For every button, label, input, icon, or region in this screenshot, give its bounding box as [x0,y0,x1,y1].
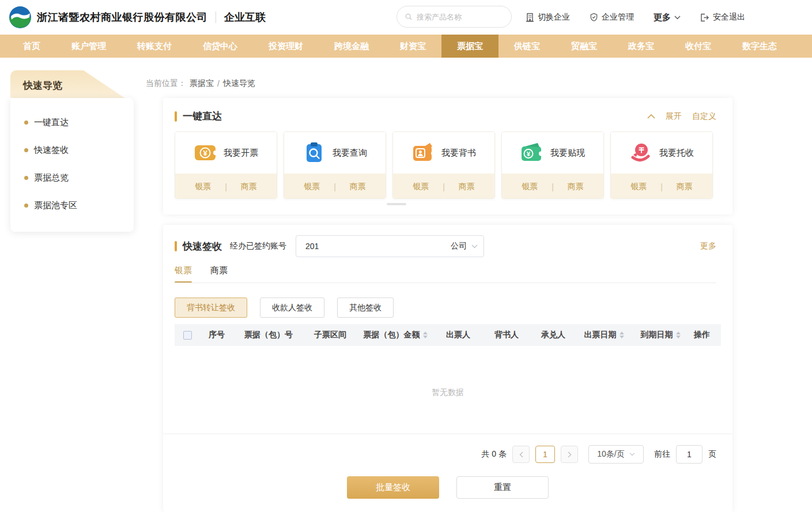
tab-bank-bill[interactable]: 银票 [175,265,192,283]
reset-button[interactable]: 重置 [456,476,549,499]
card-label: 我要开票 [224,148,258,159]
goto-label: 前往 [654,449,670,460]
filter-other-sign[interactable]: 其他签收 [337,298,394,318]
col-due-date-sortable[interactable]: 到期日期 [632,330,689,340]
sidebar-menu: 一键直达 快速签收 票据总览 票据池专区 [10,98,134,232]
prev-page-button[interactable] [512,446,530,463]
nav-item-bills-active[interactable]: 票据宝 [441,35,498,58]
bank-bill-link[interactable]: 银票 [630,182,647,192]
commerce-bill-link[interactable]: 商票 [677,182,693,192]
card-discount-bill[interactable]: ¥ 我要贴现 银票 | 商票 [501,131,604,199]
breadcrumb-prefix: 当前位置： [146,78,186,89]
more-menu-button[interactable]: 更多 [654,12,681,23]
page-size-select[interactable]: 10条/页 [588,445,644,464]
card-label: 我要托收 [659,148,694,159]
goto-page-input[interactable] [676,445,703,464]
sort-carets-icon[interactable] [620,332,624,338]
link-divider: | [443,182,445,191]
nav-item-supplychain[interactable]: 供链宝 [498,35,556,58]
building-icon [526,13,534,22]
nav-item-digital[interactable]: 数字生态 [727,35,792,58]
logout-button[interactable]: 安全退出 [700,12,745,22]
nav-item-credit[interactable]: 信贷中心 [187,35,253,58]
nav-item-crossborder[interactable]: 跨境金融 [319,35,384,58]
nav-item-investment[interactable]: 投资理财 [253,35,319,58]
breadcrumb-parent[interactable]: 票据宝 [190,78,214,89]
filter-endorse-transfer-sign[interactable]: 背书转让签收 [175,298,247,318]
bank-bill-link[interactable]: 银票 [304,182,320,192]
shield-check-icon [590,13,598,22]
nav-item-accounts[interactable]: 账户管理 [56,35,122,58]
tab-commerce-bill[interactable]: 商票 [210,265,228,283]
hand-coin-red-icon [629,141,652,164]
sidebar-item-bill-pool[interactable]: 票据池专区 [24,191,134,219]
account-select[interactable]: 201 公司 [296,235,484,257]
ticket-yuan-gold-icon: ¥ [194,141,217,164]
current-page-button[interactable]: 1 [535,446,555,463]
breadcrumb-separator: / [217,79,220,88]
col-seq: 序号 [200,330,233,340]
sidebar: 快速导览 一键直达 快速签收 票据总览 票据池专区 [10,70,134,232]
ticket-person-orange-icon [411,141,435,164]
sidebar-title: 快速导览 [23,79,62,92]
col-drawer: 出票人 [434,330,482,340]
select-all-checkbox[interactable] [183,331,192,340]
col-issue-date-sortable[interactable]: 出票日期 [576,330,632,340]
nav-item-payments[interactable]: 收付宝 [670,35,727,58]
page-unit-label: 页 [708,449,716,460]
card-endorse-bill[interactable]: 我要背书 银票 | 商票 [392,131,495,199]
account-value-suffix: 公司 [451,241,467,251]
sort-carets-icon[interactable] [676,332,681,338]
card-query-bill[interactable]: 我要查询 银票 | 商票 [284,131,386,199]
bank-bill-link[interactable]: 银票 [195,182,211,192]
filter-payee-sign[interactable]: 收款人签收 [260,298,324,318]
col-bill-number: 票据（包）号 [233,330,304,340]
top-header: 浙江诸暨农村商业银行股份有限公司 企业互联 切换企业 企业管理 [0,0,812,35]
sidebar-item-one-key[interactable]: 一键直达 [24,108,134,136]
section-accent-bar [175,111,177,122]
bank-bill-link[interactable]: 银票 [522,182,538,192]
col-issue-date-label: 出票日期 [584,330,617,340]
nav-item-government[interactable]: 政务宝 [613,35,670,58]
nav-item-tradefinance[interactable]: 贸融宝 [556,35,613,58]
breadcrumb-current: 快速导览 [223,78,255,89]
sort-carets-icon[interactable] [423,332,428,338]
company-management-button[interactable]: 企业管理 [590,12,634,22]
batch-sign-button[interactable]: 批量签收 [347,476,439,499]
collapse-button[interactable] [647,114,655,119]
next-page-button[interactable] [561,446,578,463]
sidebar-item-label: 票据池专区 [34,200,77,211]
sidebar-item-bill-overview[interactable]: 票据总览 [24,164,134,191]
commerce-bill-link[interactable]: 商票 [568,182,584,192]
total-count: 共 0 条 [481,449,507,460]
nav-item-treasury[interactable]: 财资宝 [384,35,441,58]
nav-item-home[interactable]: 首页 [7,35,56,58]
svg-text:¥: ¥ [527,150,531,157]
commerce-bill-link[interactable]: 商票 [241,182,257,192]
col-acceptor: 承兑人 [531,330,576,340]
sidebar-item-quick-sign[interactable]: 快速签收 [24,136,134,164]
search-input[interactable] [417,13,503,21]
chevron-up-icon [647,114,655,119]
commerce-bill-link[interactable]: 商票 [350,182,366,192]
switch-company-button[interactable]: 切换企业 [526,12,570,22]
commerce-bill-link[interactable]: 商票 [459,182,475,192]
nav-item-transfer[interactable]: 转账支付 [122,35,187,58]
chevron-left-icon [519,451,523,458]
product-search[interactable] [396,6,512,28]
col-amount-sortable[interactable]: 票据（包）金额 [357,330,434,340]
card-issue-bill[interactable]: ¥ 我要开票 银票 | 商票 [175,131,277,199]
customize-button[interactable]: 自定义 [692,111,716,122]
empty-state-text: 暂无数据 [163,387,732,398]
bank-bill-link[interactable]: 银票 [413,182,429,192]
card-collection-bill[interactable]: 我要托收 银票 | 商票 [610,131,713,199]
more-menu-label: 更多 [654,12,671,23]
clipboard-search-blue-icon [303,141,326,164]
quick-access-panel: 一键直达 展开 自定义 ¥ 我要开票 [163,98,732,214]
quick-sign-panel: 快速签收 经办已签约账号 201 公司 更多 银票 商票 背书转让签收 收款人签… [163,225,732,512]
link-divider: | [660,182,663,191]
breadcrumb: 当前位置： 票据宝 / 快速导览 [146,78,255,89]
expand-button[interactable]: 展开 [666,111,682,122]
bullet-dot-icon [24,121,28,125]
quick-sign-more-link[interactable]: 更多 [700,241,716,251]
